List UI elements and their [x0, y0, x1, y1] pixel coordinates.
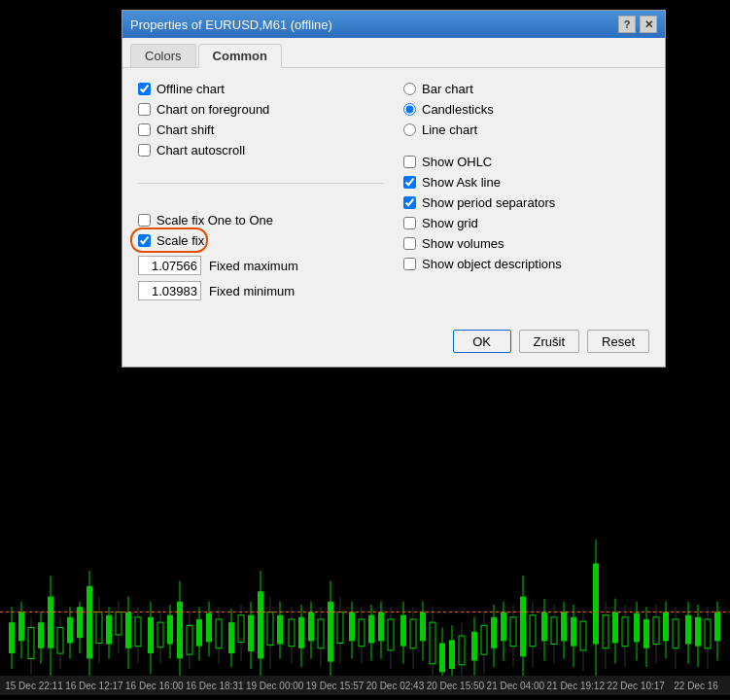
line-chart-row: Line chart — [403, 122, 649, 137]
svg-rect-107 — [541, 612, 547, 642]
help-button[interactable]: ? — [618, 16, 636, 33]
cancel-button[interactable]: Zrušit — [519, 330, 580, 353]
timestamp-label: 20 Dec 15:50 — [425, 681, 485, 691]
scale-fix-one-checkbox[interactable] — [138, 214, 151, 227]
show-period-row: Show period separators — [403, 195, 649, 210]
tab-colors[interactable]: Colors — [130, 44, 196, 67]
dialog-titlebar: Properties of EURUSD,M61 (offline) ? ✕ — [122, 11, 665, 38]
svg-rect-69 — [349, 612, 355, 642]
candlestick-chart — [0, 379, 730, 700]
svg-rect-79 — [400, 615, 406, 647]
svg-rect-45 — [228, 622, 234, 653]
svg-rect-41 — [206, 613, 212, 643]
show-ask-checkbox[interactable] — [403, 176, 416, 189]
show-ask-row: Show Ask line — [403, 175, 649, 190]
svg-rect-5 — [28, 627, 34, 658]
svg-rect-77 — [388, 619, 394, 650]
tab-common[interactable]: Common — [198, 44, 282, 68]
chart-foreground-row: Chart on foreground — [138, 102, 384, 117]
ok-button[interactable]: OK — [453, 330, 511, 353]
candlesticks-row: Candlesticks — [403, 102, 649, 117]
svg-rect-11 — [57, 627, 63, 653]
close-button[interactable]: ✕ — [640, 16, 657, 33]
show-ask-label: Show Ask line — [422, 175, 501, 190]
timestamp-label: 16 Dec 12:17 — [64, 681, 124, 691]
show-objects-checkbox[interactable] — [403, 258, 416, 270]
scale-fix-highlighted: Scale fix — [138, 233, 204, 248]
svg-rect-23 — [116, 612, 122, 635]
bar-chart-radio[interactable] — [403, 83, 416, 95]
chart-shift-checkbox[interactable] — [138, 123, 151, 136]
scale-fix-one-label: Scale fix One to One — [156, 213, 273, 228]
timestamp-label: 16 Dec 18:31 — [185, 681, 245, 691]
line-chart-label: Line chart — [422, 122, 477, 137]
svg-rect-73 — [368, 615, 374, 644]
svg-rect-93 — [471, 632, 477, 661]
fixed-maximum-input[interactable]: 1.07566 — [138, 256, 201, 275]
svg-rect-35 — [177, 602, 183, 659]
svg-rect-111 — [561, 612, 567, 642]
svg-rect-21 — [106, 615, 112, 645]
reset-button[interactable]: Reset — [587, 330, 649, 353]
show-volumes-checkbox[interactable] — [403, 237, 416, 250]
chart-autoscroll-row: Chart autoscroll — [138, 143, 384, 158]
svg-rect-57 — [289, 619, 295, 647]
offline-chart-checkbox[interactable] — [138, 83, 151, 95]
chart-foreground-label: Chart on foreground — [156, 102, 269, 117]
line-chart-radio[interactable] — [403, 123, 416, 136]
show-objects-row: Show object descriptions — [403, 257, 649, 271]
timestamp-label: 15 Dec 22:11 — [4, 681, 64, 691]
show-grid-checkbox[interactable] — [403, 217, 416, 229]
svg-rect-37 — [187, 625, 192, 654]
svg-rect-31 — [157, 622, 163, 648]
show-volumes-label: Show volumes — [422, 236, 504, 251]
bar-chart-label: Bar chart — [422, 82, 473, 96]
scale-section: Scale fix One to One Scale fix 1.07566 F… — [138, 213, 384, 300]
dialog-controls: ? ✕ — [618, 16, 657, 33]
svg-rect-83 — [420, 612, 426, 642]
fixed-minimum-input[interactable]: 1.03983 — [138, 281, 201, 300]
chart-autoscroll-checkbox[interactable] — [138, 144, 151, 157]
candlesticks-radio[interactable] — [403, 103, 416, 116]
show-ohlc-checkbox[interactable] — [403, 156, 416, 168]
svg-rect-99 — [501, 612, 506, 642]
fixed-maximum-label: Fixed maximum — [209, 259, 298, 273]
scale-fix-checkbox[interactable] — [138, 234, 151, 247]
svg-rect-13 — [67, 617, 73, 644]
chart-shift-label: Chart shift — [156, 122, 214, 137]
properties-dialog: Properties of EURUSD,M61 (offline) ? ✕ C… — [122, 10, 666, 368]
tab-bar: Colors Common — [122, 38, 665, 68]
timestamp-label: 22 Dec 16 — [666, 681, 726, 691]
dialog-content: Offline chart Chart on foreground Chart … — [122, 68, 665, 320]
chart-area — [0, 379, 730, 700]
two-column-layout: Offline chart Chart on foreground Chart … — [138, 82, 649, 306]
show-period-checkbox[interactable] — [403, 196, 416, 209]
fixed-minimum-label: Fixed minimum — [209, 284, 295, 298]
svg-rect-75 — [378, 612, 384, 642]
svg-rect-121 — [612, 612, 618, 644]
divider — [138, 183, 384, 184]
svg-rect-105 — [530, 615, 536, 647]
svg-rect-139 — [705, 619, 711, 648]
dialog-title: Properties of EURUSD,M61 (offline) — [130, 18, 332, 32]
svg-rect-17 — [87, 586, 92, 659]
svg-rect-33 — [167, 615, 173, 645]
fixed-maximum-row: 1.07566 Fixed maximum — [138, 256, 384, 275]
svg-rect-67 — [337, 612, 343, 644]
svg-rect-25 — [125, 612, 131, 648]
svg-rect-135 — [685, 615, 691, 645]
right-column: Bar chart Candlesticks Line chart Show O… — [403, 82, 649, 306]
timestamp-label: 20 Dec 02:43 — [365, 681, 426, 691]
timestamp-label: 19 Dec 15:57 — [305, 681, 365, 691]
timestamp-label: 22 Dec 10:17 — [606, 681, 666, 691]
svg-rect-55 — [277, 615, 283, 645]
show-volumes-row: Show volumes — [403, 236, 649, 251]
svg-rect-27 — [135, 617, 141, 647]
bar-chart-row: Bar chart — [403, 82, 649, 96]
svg-rect-65 — [328, 602, 333, 662]
svg-rect-95 — [481, 625, 487, 654]
svg-rect-3 — [18, 612, 24, 642]
chart-foreground-checkbox[interactable] — [138, 103, 151, 116]
show-grid-row: Show grid — [403, 216, 649, 230]
svg-rect-89 — [449, 640, 455, 669]
